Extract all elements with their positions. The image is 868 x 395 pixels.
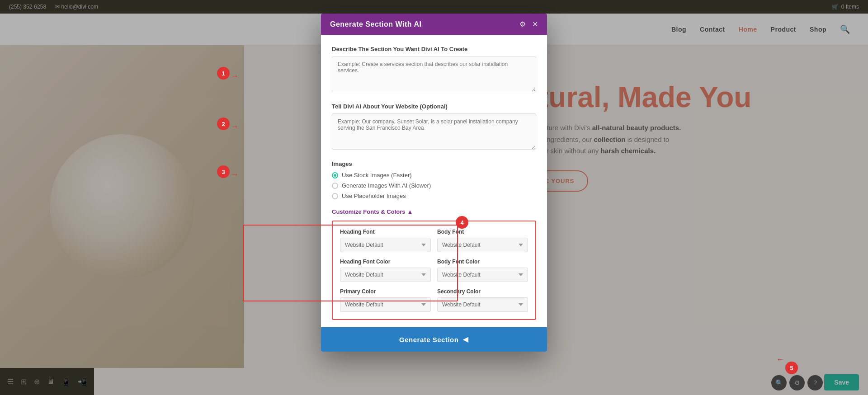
section-description-textarea[interactable] <box>332 56 536 92</box>
primary-color-field: Primary Color Website Default <box>340 288 431 312</box>
images-group: Images Use Stock Images (Faster) Generat… <box>332 160 536 199</box>
primary-color-select[interactable]: Website Default <box>340 297 431 312</box>
radio-placeholder-dot <box>332 193 338 199</box>
generate-section-modal: Generate Section With AI ⚙ ✕ Describe Th… <box>321 14 547 352</box>
secondary-color-field: Secondary Color Website Default <box>437 288 528 312</box>
heading-color-field: Heading Font Color Website Default <box>340 259 431 282</box>
modal-body: Describe The Section You Want Divi AI To… <box>321 35 547 327</box>
modal-settings-icon[interactable]: ⚙ <box>519 20 526 28</box>
modal-header: Generate Section With AI ⚙ ✕ <box>321 14 547 35</box>
radio-placeholder-images[interactable]: Use Placeholder Images <box>332 193 536 199</box>
customize-fonts-colors-toggle[interactable]: Customize Fonts & Colors ▲ <box>332 208 536 215</box>
images-label: Images <box>332 160 536 167</box>
customize-label: Customize Fonts & Colors <box>332 208 406 215</box>
radio-ai-label: Generate Images With AI (Slower) <box>342 182 431 189</box>
chevron-up-icon: ▲ <box>407 208 413 215</box>
heading-color-select[interactable]: Website Default <box>340 268 431 282</box>
heading-font-label: Heading Font <box>340 229 431 235</box>
section-description-group: Describe The Section You Want Divi AI To… <box>332 46 536 94</box>
secondary-color-label: Secondary Color <box>437 288 528 295</box>
body-color-select[interactable]: Website Default <box>437 268 528 282</box>
modal-title: Generate Section With AI <box>330 20 421 28</box>
generate-section-button[interactable]: Generate Section ◀ <box>321 327 547 352</box>
fonts-grid: Heading Font Website Default Body Font W… <box>340 229 528 312</box>
body-font-select[interactable]: Website Default <box>437 238 528 252</box>
section-description-label: Describe The Section You Want Divi AI To… <box>332 46 536 52</box>
secondary-color-select[interactable]: Website Default <box>437 297 528 312</box>
heading-color-label: Heading Font Color <box>340 259 431 265</box>
heading-font-select[interactable]: Website Default <box>340 238 431 252</box>
image-options: Use Stock Images (Faster) Generate Image… <box>332 172 536 199</box>
primary-color-label: Primary Color <box>340 288 431 295</box>
radio-placeholder-label: Use Placeholder Images <box>342 193 406 199</box>
body-color-label: Body Font Color <box>437 259 528 265</box>
radio-stock-label: Use Stock Images (Faster) <box>342 172 412 179</box>
heading-font-field: Heading Font Website Default <box>340 229 431 252</box>
radio-stock-images[interactable]: Use Stock Images (Faster) <box>332 172 536 179</box>
radio-stock-dot <box>332 172 338 179</box>
body-font-label: Body Font <box>437 229 528 235</box>
website-info-textarea[interactable] <box>332 113 536 150</box>
modal-overlay: Generate Section With AI ⚙ ✕ Describe Th… <box>0 0 868 395</box>
radio-ai-images[interactable]: Generate Images With AI (Slower) <box>332 182 536 189</box>
fonts-colors-panel: Heading Font Website Default Body Font W… <box>332 221 536 320</box>
body-color-field: Body Font Color Website Default <box>437 259 528 282</box>
arrow-left-icon: ◀ <box>463 335 469 343</box>
website-info-label: Tell Divi AI About Your Website (Optiona… <box>332 103 536 110</box>
radio-ai-dot <box>332 183 338 189</box>
generate-section-label: Generate Section <box>399 336 458 343</box>
body-font-field: Body Font Website Default <box>437 229 528 252</box>
modal-close-icon[interactable]: ✕ <box>532 20 538 28</box>
website-info-group: Tell Divi AI About Your Website (Optiona… <box>332 103 536 151</box>
